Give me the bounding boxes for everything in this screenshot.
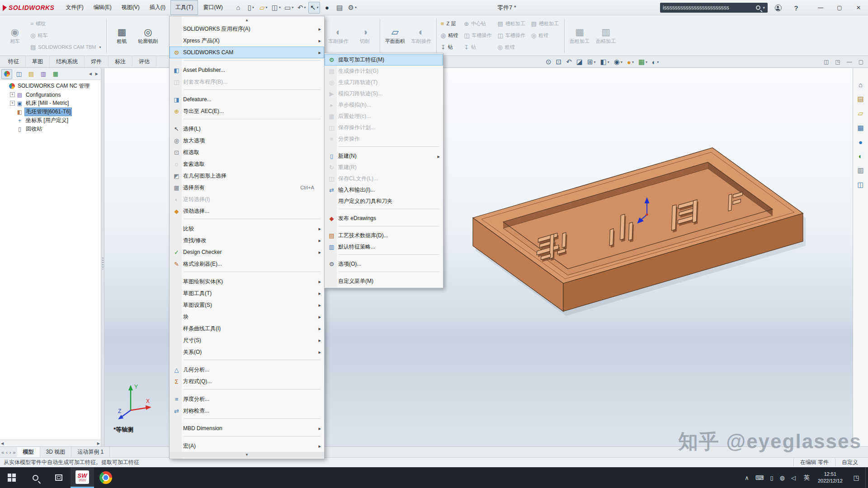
ribbon-button[interactable]: ◎ 轮廓铣削 — [135, 18, 161, 54]
submenu-item[interactable]: ⚙ 提取可加工特征(M) — [325, 54, 443, 66]
tray-expand-button[interactable]: ∧ — [745, 474, 749, 481]
ribbon-button[interactable]: ≈ 螺纹 — [28, 18, 104, 29]
ribbon-button[interactable]: ◐ 车削操作 — [326, 18, 352, 54]
ribbon-button[interactable]: ◑ 切削 — [352, 18, 378, 54]
view-orientation-button[interactable]: ⊞ — [586, 56, 597, 67]
ribbon-button[interactable]: ▦ 粗铣 — [108, 18, 135, 54]
display-pane-tab[interactable]: ◫ — [14, 69, 24, 79]
start-button[interactable] — [0, 467, 24, 488]
ribbon-button[interactable]: ▱ 平面面积 — [382, 18, 408, 54]
search-icon[interactable] — [756, 5, 760, 10]
ribbon-button[interactable]: ◫ 车槽操作 — [495, 29, 528, 41]
submenu-item[interactable]: ▤ 工艺技术数据库(D)... — [325, 230, 443, 241]
taskbar-search-button[interactable] — [24, 467, 47, 488]
ribbon-button[interactable] — [436, 19, 437, 53]
tree-item[interactable]: ◧ 毛坯管理[6061-T6] — [1, 108, 100, 116]
submenu-item[interactable]: ◫ 保存CL文件(L)... — [325, 173, 443, 184]
menu-item[interactable]: Σ 方程式(Q)... — [170, 375, 324, 387]
hide-show-button[interactable]: ◉ — [613, 56, 623, 67]
tree-item[interactable]: SOLIDWORKS CAM NC 管理 — [1, 82, 100, 90]
submenu-item[interactable]: ⚙ 选项(O)... — [325, 258, 443, 270]
menu-item[interactable]: ◎ 放大选项 — [170, 135, 324, 146]
submenu-item[interactable] — [325, 209, 443, 213]
menu-item[interactable]: ◆ 强劲选择... — [170, 205, 324, 217]
menu-item[interactable]: 尺寸(S) — [170, 334, 324, 346]
tree-item[interactable]: + 坐标系 [用户定义] — [1, 116, 100, 125]
section-view-button[interactable]: ◪ — [576, 56, 584, 67]
ribbon-button[interactable]: ≡ Z 层 — [439, 18, 462, 29]
menu-item[interactable] — [170, 119, 324, 123]
submenu-item[interactable] — [325, 226, 443, 230]
ribbon-button[interactable]: ↧ 钻 — [439, 41, 462, 53]
scroll-next-icon[interactable]: › — [9, 450, 11, 455]
menu-scroll-down-icon[interactable]: ▼ — [170, 452, 324, 458]
menu-item[interactable]: SOLIDWORKS 应用程序(A) — [170, 23, 324, 35]
pane-preview-button[interactable]: ◫ — [823, 56, 830, 67]
expand-button[interactable]: ◳ — [834, 56, 841, 67]
menu-item[interactable] — [170, 360, 324, 364]
cam-feature-tree-tab[interactable] — [1, 69, 12, 79]
ribbon-button[interactable] — [380, 19, 380, 53]
appearances-button[interactable]: ● — [859, 138, 863, 146]
panel-splitter[interactable] — [101, 68, 104, 446]
battery-button[interactable]: ▯ — [770, 474, 773, 481]
record-button[interactable]: ● — [321, 2, 333, 14]
command-tab[interactable]: 评估 — [132, 56, 156, 67]
menu-item[interactable]: 块 — [170, 311, 324, 323]
ribbon-button[interactable]: ▤ 槽粗加工 — [529, 18, 562, 29]
menu-item[interactable]: ✓ Design Checker — [170, 246, 324, 258]
command-tab[interactable]: 焊件 — [85, 56, 108, 67]
bottom-tab[interactable]: 运动算例 1 — [71, 447, 110, 457]
ribbon-button[interactable] — [106, 19, 107, 53]
menu-item[interactable]: ↖ 选择(L) — [170, 123, 324, 135]
tree-expander-icon[interactable]: + — [10, 101, 15, 106]
menu-item[interactable] — [170, 389, 324, 393]
menubar-item[interactable]: 窗口(W) — [198, 0, 227, 15]
file-explorer-button[interactable]: ▱ — [858, 109, 863, 117]
minimize-button[interactable]: — — [811, 0, 830, 15]
menu-item[interactable] — [170, 436, 324, 440]
menubar-item[interactable]: 视图(V) — [117, 0, 145, 15]
view-settings-button[interactable]: ◐ — [651, 56, 660, 67]
tree-item[interactable]: ▯ 回收站 — [1, 125, 100, 133]
command-tab[interactable]: 结构系统 — [50, 56, 85, 67]
submenu-item[interactable]: 用户定义的刀具和刀夹 — [325, 196, 443, 207]
zoom-fit-button[interactable]: ⊙ — [545, 56, 552, 67]
display-style-button[interactable]: ◧ — [599, 56, 610, 67]
menu-item[interactable]: ◨ Defeature... — [170, 94, 324, 105]
submenu-item[interactable]: ▯ 新建(N) — [325, 150, 443, 162]
menu-item[interactable] — [170, 60, 324, 64]
menu-item[interactable]: 比较 — [170, 223, 324, 235]
submenu-item[interactable]: ⇄ 输入和输出(I)... — [325, 184, 443, 196]
menu-item[interactable]: ⊕ 导出至 AEC(E)... — [170, 105, 324, 117]
menubar-item[interactable]: 文件(F) — [61, 0, 88, 15]
submenu-item[interactable]: 自定义菜单(M) — [325, 276, 443, 287]
custom-properties-button[interactable]: ▥ — [857, 166, 863, 174]
custom-status[interactable]: 自定义 — [835, 459, 864, 466]
submenu-item[interactable]: ▤ 生成操作计划(G) — [325, 66, 443, 77]
menu-item[interactable]: ◩ 在几何图形上选择 — [170, 170, 324, 182]
forum-button[interactable]: ◫ — [857, 181, 863, 189]
menu-item[interactable]: ◐ 逆转选择(I) — [170, 193, 324, 205]
close-button[interactable]: ✕ — [849, 0, 868, 15]
arrow-right-icon[interactable]: ▶ — [94, 70, 99, 77]
task-view-button[interactable] — [47, 467, 71, 488]
menu-item[interactable]: △ 几何分析... — [170, 364, 324, 375]
command-tab[interactable]: 特征 — [2, 56, 26, 67]
undo-button[interactable]: ↶ — [296, 2, 307, 14]
show-desktop-button[interactable] — [865, 467, 868, 488]
previous-view-button[interactable]: ↶ — [565, 56, 573, 67]
ribbon-button[interactable]: ↧ 钻 — [462, 41, 495, 53]
doc-restore-button[interactable]: ▢ — [858, 56, 864, 67]
search-input[interactable] — [663, 5, 754, 11]
menu-item[interactable]: ◌ 套索选取 — [170, 158, 324, 170]
home-button[interactable]: ⌂ — [232, 2, 244, 14]
task-pane-home-button[interactable]: ⌂ — [859, 81, 863, 89]
menu-item[interactable]: 草图工具(T) — [170, 287, 324, 299]
ribbon-button[interactable]: ▦ 面粗加工 — [566, 18, 593, 54]
menu-item[interactable]: ⚙ SOLIDWORKS CAM — [170, 47, 324, 58]
volume-button[interactable]: ◁ — [791, 474, 796, 481]
appearance-button[interactable]: ● — [626, 56, 635, 67]
menu-item[interactable]: 关系(O) — [170, 346, 324, 358]
configuration-manager-tab[interactable]: ▥ — [38, 69, 49, 79]
